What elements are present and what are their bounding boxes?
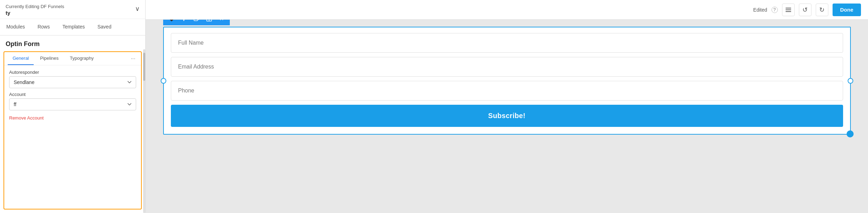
resize-handle-left[interactable] bbox=[161, 78, 166, 84]
phone-input[interactable] bbox=[171, 81, 843, 101]
subscribe-button[interactable]: Subscribe! bbox=[171, 105, 843, 127]
form-block: Optin Form Settings bbox=[163, 27, 851, 135]
tab-general[interactable]: General bbox=[8, 52, 34, 65]
account-label: Account bbox=[9, 92, 136, 97]
scroll-thumb[interactable] bbox=[143, 53, 145, 81]
help-icon[interactable]: ? bbox=[772, 7, 778, 13]
tab-typography[interactable]: Typography bbox=[65, 52, 99, 65]
autoresponder-field-group: Autoresponder Sendlane bbox=[9, 70, 136, 88]
tab-templates[interactable]: Templates bbox=[56, 19, 91, 35]
done-button[interactable]: Done bbox=[833, 4, 861, 16]
full-name-input[interactable] bbox=[171, 33, 843, 53]
currently-editing-name: ty bbox=[6, 10, 64, 16]
settings-panel: General Pipelines Typography ··· Autores… bbox=[4, 51, 142, 209]
autoresponder-label: Autoresponder bbox=[9, 70, 136, 75]
account-select[interactable]: ff bbox=[9, 98, 136, 110]
clone-icon[interactable] bbox=[191, 20, 202, 24]
autoresponder-select[interactable]: Sendlane bbox=[9, 76, 136, 88]
tab-saved[interactable]: Saved bbox=[91, 19, 118, 35]
main-area: Edited ? ↺ ↻ Done Optin Form Settings bbox=[146, 0, 868, 213]
edited-label: Edited bbox=[753, 7, 767, 13]
svg-rect-3 bbox=[194, 20, 198, 21]
hamburger-menu-button[interactable] bbox=[782, 4, 795, 16]
tab-modules[interactable]: Modules bbox=[0, 19, 31, 35]
svg-rect-1 bbox=[786, 9, 791, 10]
currently-editing-label: Currently Editing DF Funnels bbox=[6, 4, 64, 10]
settings-body: Autoresponder Sendlane Account ff Remove… bbox=[4, 65, 141, 209]
svg-rect-0 bbox=[786, 8, 791, 8]
nav-tabs: Modules Rows Templates Saved bbox=[0, 19, 145, 36]
tab-pipelines[interactable]: Pipelines bbox=[35, 52, 64, 65]
tab-rows[interactable]: Rows bbox=[31, 19, 56, 35]
email-input[interactable] bbox=[171, 57, 843, 77]
chevron-down-icon[interactable]: ∨ bbox=[135, 5, 140, 13]
settings-icon[interactable] bbox=[179, 20, 189, 24]
remove-account-link[interactable]: Remove Account bbox=[9, 114, 136, 122]
inner-tabs: General Pipelines Typography ··· bbox=[4, 52, 141, 65]
resize-handle-bottom-right[interactable] bbox=[847, 130, 854, 137]
redo-button[interactable]: ↻ bbox=[816, 4, 828, 16]
account-field-group: Account ff bbox=[9, 92, 136, 110]
undo-button[interactable]: ↺ bbox=[799, 4, 812, 16]
module-title: Optin Form bbox=[0, 36, 145, 51]
close-icon[interactable]: × bbox=[216, 20, 227, 24]
more-options-button[interactable]: ··· bbox=[129, 53, 138, 65]
layout-icon[interactable] bbox=[204, 20, 214, 24]
form-inner: Subscribe! bbox=[164, 27, 850, 134]
resize-handle-right[interactable] bbox=[848, 78, 853, 84]
top-bar: Edited ? ↺ ↻ Done bbox=[146, 0, 868, 20]
scroll-track bbox=[143, 49, 145, 213]
left-panel: Currently Editing DF Funnels ty ∨ Module… bbox=[0, 0, 146, 213]
svg-rect-2 bbox=[786, 11, 791, 12]
canvas-area: Optin Form Settings bbox=[146, 20, 868, 213]
currently-editing-header: Currently Editing DF Funnels ty ∨ bbox=[0, 0, 145, 19]
